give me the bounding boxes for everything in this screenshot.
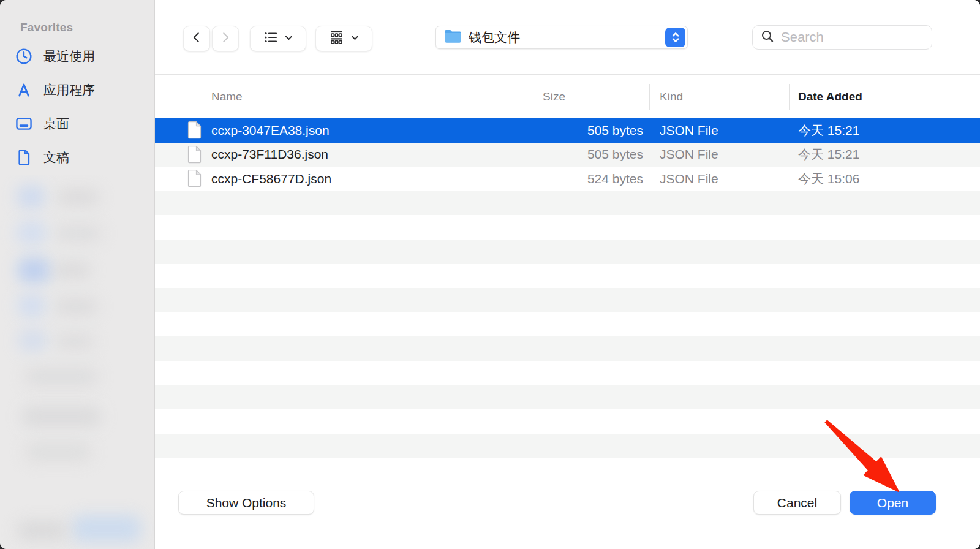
- file-date-added: 今天 15:06: [798, 167, 859, 191]
- file-list-header: NameSizeKindDate Added: [155, 75, 980, 118]
- sidebar-item-4[interactable]: 文稿: [15, 145, 146, 170]
- sidebar: Favorites 最近使用应用程序桌面文稿: [0, 0, 155, 549]
- cancel-button[interactable]: Cancel: [753, 491, 841, 515]
- sidebar-item-label: 应用程序: [43, 81, 95, 99]
- current-folder-name: 钱包文件: [469, 29, 665, 46]
- file-kind: JSON File: [660, 143, 718, 167]
- clock-icon: [15, 47, 33, 66]
- file-date-added: 今天 15:21: [798, 143, 859, 167]
- favorites-section-label: Favorites: [20, 21, 73, 34]
- sidebar-item-3[interactable]: 桌面: [15, 112, 146, 136]
- column-divider: [649, 84, 650, 110]
- group-view-dropdown-button[interactable]: [315, 26, 372, 51]
- toolbar: 钱包文件 Search: [155, 0, 980, 75]
- document-icon: [15, 148, 33, 167]
- file-row[interactable]: ccxp-73F11D36.json505 bytesJSON File今天 1…: [155, 143, 980, 167]
- empty-row: [155, 215, 980, 240]
- list-view-icon: [263, 29, 279, 48]
- chevron-right-icon: [219, 31, 232, 47]
- current-folder-dropdown[interactable]: 钱包文件: [435, 26, 688, 49]
- chevron-down-icon: [284, 32, 294, 45]
- empty-row: [155, 409, 980, 434]
- empty-row: [155, 361, 980, 385]
- column-header-date[interactable]: Date Added: [798, 75, 862, 118]
- file-kind: JSON File: [660, 167, 718, 191]
- list-view-dropdown-button[interactable]: [250, 26, 306, 51]
- sidebar-blurred-region: [0, 175, 154, 549]
- search-input[interactable]: Search: [752, 25, 932, 50]
- sidebar-item-2[interactable]: 应用程序: [15, 78, 146, 102]
- file-size: 505 bytes: [498, 118, 643, 143]
- file-row[interactable]: ccxp-3047EA38.json505 bytesJSON File今天 1…: [155, 118, 980, 143]
- column-header-size[interactable]: Size: [543, 75, 565, 118]
- column-divider: [532, 84, 532, 110]
- folder-icon: [443, 28, 462, 47]
- file-kind: JSON File: [660, 118, 718, 143]
- empty-row: [155, 240, 980, 264]
- column-header-name[interactable]: Name: [211, 75, 243, 118]
- column-divider: [789, 84, 790, 110]
- empty-row: [155, 312, 980, 337]
- open-button[interactable]: Open: [850, 491, 936, 515]
- empty-row: [155, 288, 980, 312]
- sidebar-item-label: 桌面: [43, 115, 69, 132]
- back-button[interactable]: [183, 26, 210, 51]
- sidebar-item-1[interactable]: 最近使用: [15, 44, 146, 69]
- sidebar-item-label: 文稿: [43, 149, 69, 166]
- empty-row: [155, 264, 980, 289]
- open-dialog: Favorites 最近使用应用程序桌面文稿: [0, 0, 980, 549]
- file-size: 505 bytes: [498, 143, 643, 167]
- file-size: 524 bytes: [498, 167, 643, 191]
- up-down-chevrons-icon[interactable]: [665, 28, 685, 47]
- dialog-footer: Show Options Cancel Open: [155, 474, 980, 549]
- empty-row: [155, 385, 980, 410]
- group-view-icon: [328, 29, 345, 48]
- chevron-down-icon: [350, 32, 360, 45]
- empty-row: [155, 434, 980, 458]
- file-icon: [187, 167, 202, 191]
- search-placeholder: Search: [781, 29, 824, 45]
- appstore-icon: [15, 81, 33, 99]
- file-icon: [187, 118, 202, 143]
- chevron-left-icon: [190, 31, 203, 47]
- sidebar-item-label: 最近使用: [43, 48, 95, 65]
- file-name: ccxp-CF58677D.json: [211, 167, 331, 191]
- file-date-added: 今天 15:21: [798, 118, 859, 143]
- search-icon: [760, 29, 775, 46]
- forward-button[interactable]: [212, 26, 239, 51]
- empty-row: [155, 191, 980, 216]
- file-row[interactable]: ccxp-CF58677D.json524 bytesJSON File今天 1…: [155, 167, 980, 191]
- show-options-button[interactable]: Show Options: [178, 491, 314, 515]
- dialog-main-area: 钱包文件 Search NameSizeKindDate Added: [155, 0, 980, 549]
- file-name: ccxp-3047EA38.json: [211, 118, 330, 143]
- desktop-icon: [15, 115, 33, 133]
- file-name: ccxp-73F11D36.json: [211, 143, 328, 167]
- file-icon: [187, 143, 202, 167]
- file-list: ccxp-3047EA38.json505 bytesJSON File今天 1…: [155, 118, 980, 458]
- column-header-kind[interactable]: Kind: [660, 75, 683, 118]
- empty-row: [155, 336, 980, 361]
